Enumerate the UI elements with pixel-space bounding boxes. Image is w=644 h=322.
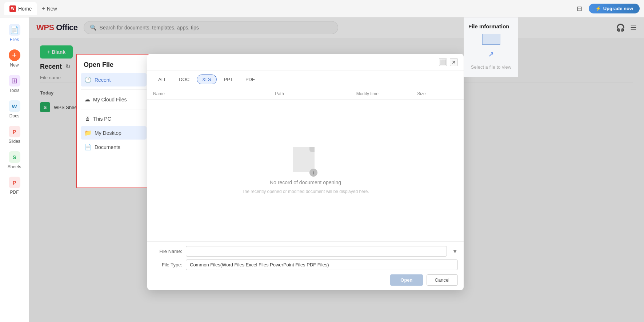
- dialog-footer: File Name: ▼ File Type: Common Files(Wor…: [147, 241, 464, 290]
- sheets-icon: S: [9, 151, 20, 163]
- nav-this-pc[interactable]: 🖥 This PC: [81, 112, 147, 125]
- desktop-nav-icon: 📁: [84, 129, 92, 136]
- tab-xls[interactable]: XLS: [197, 75, 217, 84]
- file-info-empty: ↗ Select a file to view: [468, 34, 514, 71]
- divider: [81, 89, 147, 90]
- open-file-panel-title: Open File: [81, 61, 147, 72]
- cancel-button[interactable]: Cancel: [427, 274, 458, 286]
- file-name-input[interactable]: [186, 246, 447, 257]
- new-tab[interactable]: + New: [37, 3, 62, 14]
- dialog-controls: ⬜ ✕: [439, 58, 458, 66]
- file-name-row: File Name: ▼: [153, 246, 458, 257]
- sidebar-slides-label: Slides: [8, 139, 20, 144]
- nav-desktop[interactable]: 📁 My Desktop: [81, 126, 147, 140]
- open-file-dialog: ⬜ ✕ ALL DOC XLS PPT PDF Name Path: [147, 54, 464, 290]
- file-info-title: File Information: [468, 23, 509, 29]
- open-button[interactable]: Open: [390, 274, 423, 286]
- sidebar-docs-label: Docs: [9, 113, 19, 118]
- documents-nav-icon: 📄: [84, 144, 92, 150]
- file-name-dropdown-arrow[interactable]: ▼: [452, 248, 458, 255]
- footer-actions: Open Cancel: [153, 273, 458, 286]
- home-tab-label: Home: [18, 6, 32, 12]
- dialog-close-button[interactable]: ✕: [450, 58, 458, 66]
- col-modify-time: Modify time: [356, 91, 417, 96]
- file-list-area: Name Path Modify time Size i No record o…: [147, 88, 464, 241]
- empty-text-main: No record of document opening: [270, 180, 341, 185]
- file-type-label: File Type:: [153, 262, 182, 267]
- dialog-header: ⬜ ✕: [147, 54, 464, 71]
- upgrade-button[interactable]: Upgrade now: [589, 4, 640, 13]
- sidebar-sheets-label: Sheets: [8, 164, 21, 169]
- file-list-empty: i No record of document opening The rece…: [147, 100, 464, 241]
- tab-ppt[interactable]: PPT: [219, 75, 238, 84]
- nav-thispc-label: This PC: [93, 116, 111, 122]
- col-name: Name: [153, 91, 275, 96]
- select-file-text: Select a file to view: [471, 64, 511, 71]
- titlebar: W Home + New ⊟ Upgrade now: [0, 0, 644, 17]
- slides-icon: P: [9, 126, 20, 137]
- dialog-backdrop: Open File 🕐 Recent ☁ My Cloud Files 🖥 Th…: [29, 17, 644, 322]
- new-tab-label: New: [47, 6, 57, 12]
- col-size: Size: [417, 91, 458, 96]
- docs-icon: W: [9, 100, 20, 112]
- plus-icon: +: [42, 5, 45, 12]
- sidebar: 📄 Files + New ⊞ Tools W Docs P Slides S …: [0, 17, 29, 322]
- new-icon: +: [9, 49, 20, 61]
- empty-doc-body: i: [293, 147, 315, 172]
- selection-indicator: [482, 34, 500, 45]
- file-type-row: File Type: Common Files(Word Files Excel…: [153, 259, 458, 270]
- cloud-nav-icon: ☁: [84, 96, 90, 103]
- sidebar-item-new[interactable]: + New: [2, 47, 27, 71]
- nav-recent[interactable]: 🕐 Recent: [81, 73, 147, 86]
- sidebar-new-label: New: [10, 63, 19, 68]
- file-type-tabs: ALL DOC XLS PPT PDF: [147, 71, 464, 88]
- pdf-icon: P: [9, 177, 20, 188]
- home-tab[interactable]: W Home: [4, 2, 37, 15]
- tab-doc[interactable]: DOC: [174, 75, 195, 84]
- files-icon: 📄: [9, 24, 20, 36]
- tab-all[interactable]: ALL: [153, 75, 172, 84]
- empty-doc-icon: i: [293, 147, 318, 176]
- sidebar-item-tools[interactable]: ⊞ Tools: [2, 72, 27, 96]
- sidebar-files-label: Files: [10, 37, 19, 42]
- nav-documents[interactable]: 📄 Documents: [81, 140, 147, 154]
- nav-cloud[interactable]: ☁ My Cloud Files: [81, 93, 147, 106]
- sidebar-item-docs[interactable]: W Docs: [2, 97, 27, 121]
- recent-nav-icon: 🕐: [84, 76, 92, 83]
- file-type-select[interactable]: Common Files(Word Files Excel Files Powe…: [186, 259, 458, 270]
- divider2: [81, 109, 147, 109]
- main-layout: 📄 Files + New ⊞ Tools W Docs P Slides S …: [0, 17, 644, 322]
- sidebar-item-sheets[interactable]: S Sheets: [2, 148, 27, 172]
- col-path: Path: [275, 91, 356, 96]
- upgrade-label: Upgrade now: [603, 6, 633, 11]
- file-info-panel: File Information ↗ Select a file to view: [464, 17, 518, 77]
- cursor-arrow-icon: ↗: [488, 50, 494, 59]
- nav-desktop-label: My Desktop: [95, 130, 121, 136]
- empty-doc-fold: [309, 147, 315, 152]
- tools-icon: ⊞: [9, 75, 20, 86]
- open-file-panel: Open File 🕐 Recent ☁ My Cloud Files 🖥 Th…: [76, 54, 151, 188]
- sidebar-tools-label: Tools: [9, 88, 19, 93]
- content-area: WPS Office 🔍 🎧 ☰ + Blank Recent ↻ File n…: [29, 17, 644, 322]
- file-list-header: Name Path Modify time Size: [147, 88, 464, 100]
- empty-doc-info-dot: i: [309, 169, 317, 177]
- nav-recent-label: Recent: [95, 77, 111, 83]
- sidebar-pdf-label: PDF: [10, 190, 19, 195]
- tab-pdf[interactable]: PDF: [240, 75, 260, 84]
- pc-nav-icon: 🖥: [84, 116, 90, 122]
- nav-cloud-label: My Cloud Files: [93, 97, 127, 102]
- wps-logo-small: W: [9, 5, 16, 12]
- empty-text-sub: The recently opened or modified document…: [242, 189, 369, 194]
- sidebar-item-slides[interactable]: P Slides: [2, 123, 27, 147]
- titlebar-right: ⊟ Upgrade now: [574, 3, 640, 14]
- sidebar-item-files[interactable]: 📄 Files: [2, 21, 27, 45]
- dialog-maximize-button[interactable]: ⬜: [439, 58, 447, 66]
- file-name-label: File Name:: [153, 249, 182, 254]
- sidebar-item-pdf[interactable]: P PDF: [2, 174, 27, 198]
- nav-documents-label: Documents: [95, 144, 120, 150]
- sidebar-toggle-button[interactable]: ⊟: [574, 3, 585, 14]
